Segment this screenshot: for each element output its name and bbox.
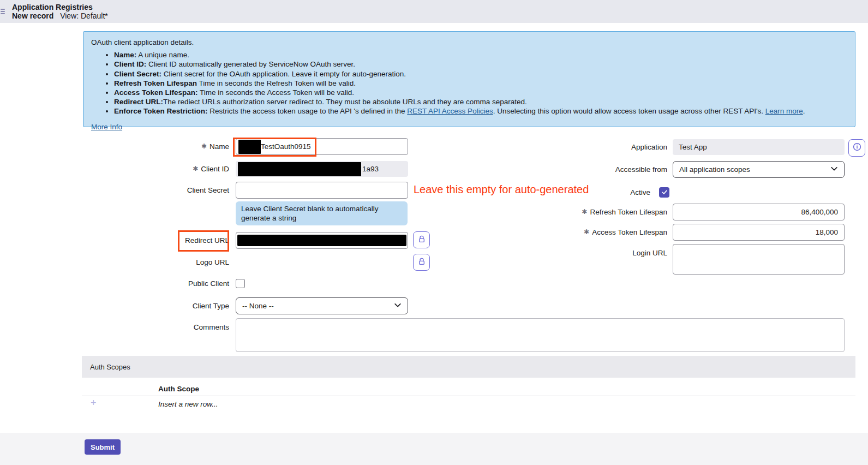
redaction-box: [237, 235, 406, 246]
application-registry-form-page: Application Registries New record View: …: [0, 0, 868, 465]
application-field: Test App: [673, 139, 845, 155]
form-header-bar: Application Registries New record View: …: [0, 0, 868, 23]
required-marker: ✱: [584, 228, 589, 236]
login-url-row: Login URL: [546, 244, 845, 275]
info-bullet-client-secret: Client Secret: Client secret for the OAu…: [114, 69, 847, 79]
accessible-from-value: All application scopes: [679, 165, 750, 174]
checkmark-icon: [661, 188, 668, 198]
application-row: Application Test App: [546, 139, 845, 155]
comments-label: Comments: [82, 318, 229, 332]
client-secret-input[interactable]: [236, 182, 408, 199]
redaction-box: [238, 140, 261, 154]
application-label: Application: [546, 143, 667, 152]
auth-scopes-section-header: Auth Scopes: [82, 356, 855, 378]
form-footer: [0, 433, 868, 465]
name-input[interactable]: TestOauth0915: [236, 138, 408, 155]
client-id-value: 1a93: [362, 165, 379, 173]
chevron-down-icon: [830, 165, 838, 174]
client-secret-label: Client Secret: [82, 186, 229, 195]
info-bullet-access-lifespan: Access Token Lifespan: Time in seconds t…: [114, 88, 847, 97]
application-info-button[interactable]: [848, 139, 865, 157]
logo-url-field[interactable]: [236, 254, 408, 271]
client-id-field[interactable]: 1a93: [236, 161, 408, 177]
required-marker: ✱: [201, 142, 207, 150]
auth-scopes-title: Auth Scopes: [90, 363, 130, 371]
name-value: TestOauth0915: [261, 142, 311, 151]
info-bullet-refresh-lifespan: Refresh Token Lifespan Time in seconds t…: [114, 79, 847, 88]
page-title: Application Registries: [12, 3, 93, 11]
redirect-url-label: Redirect URL: [82, 236, 229, 245]
public-client-label: Public Client: [82, 279, 229, 288]
name-label: ✱Name: [82, 142, 229, 151]
insert-row-plus-icon[interactable]: +: [91, 398, 97, 408]
more-info-link[interactable]: More Info: [91, 122, 122, 132]
client-id-row: ✱Client ID 1a93: [82, 161, 408, 177]
public-client-row: Public Client: [82, 279, 245, 288]
client-id-label: ✱Client ID: [82, 165, 229, 174]
refresh-token-lifespan-label: ✱Refresh Token Lifespan: [546, 208, 667, 217]
client-type-value: -- None --: [242, 302, 274, 310]
access-token-lifespan-row: ✱Access Token Lifespan: [546, 224, 845, 241]
client-type-row: Client Type -- None --: [82, 297, 408, 314]
required-marker: ✱: [193, 165, 198, 172]
annotation-note: Leave this empty for auto-generated: [414, 183, 589, 196]
insert-new-row-cell[interactable]: Insert a new row...: [158, 400, 218, 408]
required-marker: ✱: [582, 208, 587, 216]
public-client-checkbox[interactable]: [236, 279, 245, 288]
info-bullet-name: Name: A unique name.: [114, 50, 847, 59]
redirect-url-row: Redirect URL: [82, 232, 408, 249]
rest-api-access-policies-link[interactable]: REST API Access Policies: [407, 107, 493, 115]
logo-url-label: Logo URL: [82, 258, 229, 267]
refresh-token-lifespan-input[interactable]: [673, 204, 845, 220]
access-token-lifespan-label: ✱Access Token Lifespan: [546, 228, 667, 237]
redirect-url-input[interactable]: [236, 232, 408, 249]
context-menu-icon[interactable]: [1, 9, 5, 15]
info-bullet-list: Name: A unique name. Client ID: Client I…: [91, 50, 847, 116]
info-intro: OAuth client application details.: [91, 38, 847, 47]
access-token-lifespan-input[interactable]: [673, 224, 845, 241]
submit-button[interactable]: Submit: [85, 439, 121, 455]
table-divider: [82, 396, 855, 396]
logo-url-row: Logo URL: [82, 254, 408, 271]
name-row: ✱Name TestOauth0915: [82, 138, 408, 155]
info-bullet-redirect-url: Redirect URL:The rediect URLs authorizat…: [114, 97, 847, 106]
page-subtitle: New record View: Default*: [12, 11, 108, 20]
refresh-token-lifespan-row: ✱Refresh Token Lifespan: [546, 204, 845, 220]
accessible-from-row: Accessible from All application scopes: [546, 161, 845, 178]
comments-textarea[interactable]: [236, 318, 845, 352]
oauth-info-box: OAuth client application details. Name: …: [83, 31, 855, 127]
client-secret-row: Client Secret: [82, 182, 408, 199]
info-bullet-enforce-token: Enforce Token Restriction: Restricts the…: [114, 106, 847, 116]
auth-scope-column-header[interactable]: Auth Scope: [158, 385, 199, 393]
active-checkbox[interactable]: [659, 187, 669, 198]
learn-more-link[interactable]: Learn more: [765, 107, 803, 115]
accessible-from-select[interactable]: All application scopes: [673, 161, 845, 178]
logo-url-lock-button[interactable]: [413, 254, 430, 271]
redirect-url-lock-button[interactable]: [413, 231, 430, 248]
client-type-label: Client Type: [82, 302, 229, 311]
chevron-down-icon: [394, 301, 402, 311]
comments-row: Comments: [82, 318, 236, 332]
record-label: New record: [12, 11, 53, 20]
lock-icon: [417, 235, 426, 246]
info-icon: [852, 142, 862, 154]
lock-icon: [417, 257, 426, 268]
application-value: Test App: [679, 143, 707, 151]
info-bullet-client-id: Client ID: Client ID automatically gener…: [114, 59, 847, 69]
accessible-from-label: Accessible from: [546, 165, 667, 174]
redaction-box: [238, 162, 361, 176]
login-url-label: Login URL: [546, 244, 667, 258]
client-secret-hint: Leave Client Secret blank to automatical…: [236, 201, 408, 225]
view-label: View: Default*: [60, 11, 108, 20]
client-type-select[interactable]: -- None --: [236, 297, 408, 314]
login-url-textarea[interactable]: [673, 244, 845, 275]
